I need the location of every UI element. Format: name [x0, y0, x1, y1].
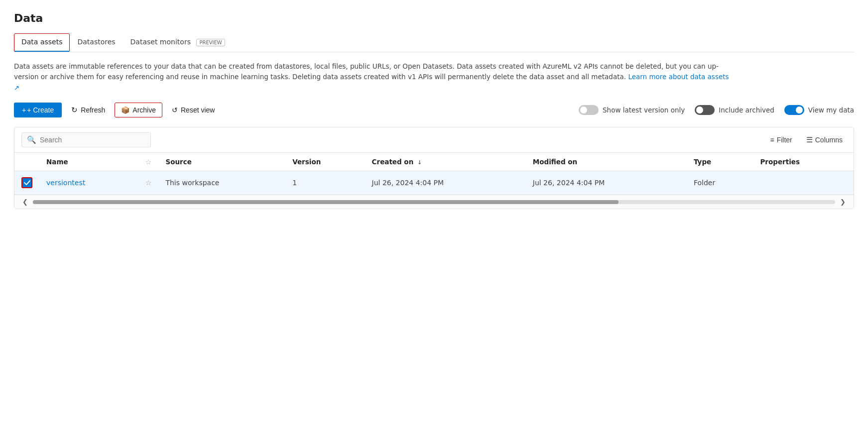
toggle-latest[interactable]: [579, 105, 599, 115]
row-checkbox-cell[interactable]: [14, 171, 39, 195]
row-star-cell[interactable]: ☆: [138, 171, 159, 195]
header-created-on[interactable]: Created on ↓: [365, 153, 526, 171]
toggle-archived-label: Include archived: [719, 106, 774, 114]
columns-icon: ☰: [806, 135, 813, 144]
refresh-button[interactable]: ↻ Refresh: [65, 102, 112, 118]
toolbar: + + Create ↻ Refresh 📦 Archive ↺ Reset v…: [14, 102, 854, 118]
toggle-archived[interactable]: [695, 105, 715, 115]
row-star-icon[interactable]: ☆: [145, 179, 152, 187]
tab-data-assets[interactable]: Data assets: [14, 33, 70, 51]
table-actions: ≡ Filter ☰ Columns: [766, 133, 847, 146]
toggle-my-data[interactable]: [784, 105, 804, 115]
scrollbar-track[interactable]: [33, 200, 835, 204]
toggle-latest-group: Show latest version only: [579, 105, 685, 115]
plus-icon: +: [22, 106, 26, 114]
header-modified-on[interactable]: Modified on: [526, 153, 687, 171]
header-name[interactable]: Name: [39, 153, 138, 171]
filter-button[interactable]: ≡ Filter: [766, 134, 796, 146]
tab-dataset-monitors[interactable]: Dataset monitors PREVIEW: [123, 33, 233, 52]
refresh-icon: ↻: [71, 106, 78, 114]
row-version-cell: 1: [285, 171, 365, 195]
row-created-cell: Jul 26, 2024 4:04 PM: [365, 171, 526, 195]
toggle-my-data-slider: [784, 105, 804, 115]
scrollbar-thumb[interactable]: [33, 200, 619, 204]
search-input[interactable]: [40, 136, 145, 144]
row-properties-cell: [753, 171, 854, 195]
toggle-my-data-label: View my data: [808, 106, 854, 114]
row-modified-cell: Jul 26, 2024 4:04 PM: [526, 171, 687, 195]
header-checkbox-col: [14, 153, 39, 171]
table-header-row: Name ☆ Source Version Created on ↓: [14, 153, 854, 171]
header-source[interactable]: Source: [158, 153, 285, 171]
preview-badge: PREVIEW: [196, 39, 225, 46]
row-name-link[interactable]: versiontest: [46, 179, 85, 187]
external-link-icon: ↗: [14, 84, 19, 92]
table-row: versiontest ☆ This workspace 1 Jul 26, 2…: [14, 171, 854, 195]
filter-icon: ≡: [770, 136, 774, 144]
reset-view-button[interactable]: ↺ Reset view: [165, 103, 221, 117]
row-name-cell[interactable]: versiontest: [39, 171, 138, 195]
data-table-container: 🔍 ≡ Filter ☰ Columns Name: [14, 127, 854, 209]
search-box: 🔍: [21, 132, 151, 147]
scroll-left-arrow[interactable]: ❮: [19, 198, 31, 206]
header-version[interactable]: Version: [285, 153, 365, 171]
page-title: Data: [14, 12, 854, 24]
archive-button[interactable]: 📦 Archive: [115, 103, 162, 117]
star-icon: ☆: [145, 158, 151, 166]
toggle-archived-group: Include archived: [695, 105, 774, 115]
header-type[interactable]: Type: [687, 153, 753, 171]
row-type-cell: Folder: [687, 171, 753, 195]
toggle-latest-label: Show latest version only: [603, 106, 685, 114]
header-star: ☆: [138, 153, 159, 171]
tabs-bar: Data assets Datastores Dataset monitors …: [14, 33, 854, 52]
description-text: Data assets are immutable references to …: [14, 61, 736, 94]
table-toolbar: 🔍 ≡ Filter ☰ Columns: [14, 127, 854, 153]
reset-icon: ↺: [172, 106, 178, 114]
toggle-my-data-group: View my data: [784, 105, 854, 115]
create-button[interactable]: + + Create: [14, 103, 62, 117]
row-source-cell: This workspace: [158, 171, 285, 195]
scroll-right-arrow[interactable]: ❯: [837, 198, 849, 206]
sort-icon: ↓: [417, 159, 422, 166]
row-selected-checkbox[interactable]: [21, 177, 32, 188]
search-icon: 🔍: [27, 135, 36, 144]
header-properties[interactable]: Properties: [753, 153, 854, 171]
main-page: Data Data assets Datastores Dataset moni…: [0, 0, 868, 221]
data-table: Name ☆ Source Version Created on ↓: [14, 153, 854, 195]
toggle-latest-slider: [579, 105, 599, 115]
columns-button[interactable]: ☰ Columns: [802, 133, 847, 146]
archive-icon: 📦: [121, 106, 129, 114]
tab-datastores[interactable]: Datastores: [70, 33, 123, 51]
horizontal-scrollbar: ❮ ❯: [14, 195, 854, 209]
toggle-archived-slider: [695, 105, 715, 115]
